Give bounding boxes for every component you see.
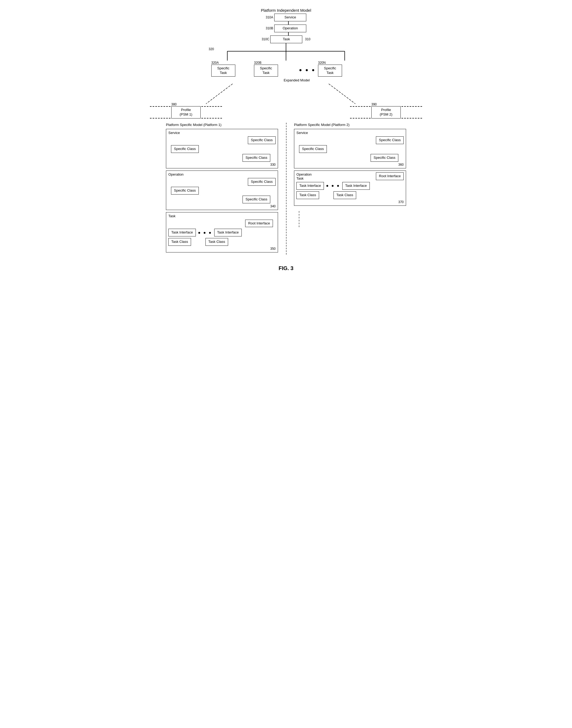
platform2-task-class2: Task Class: [334, 191, 356, 199]
svg-text:320: 320: [209, 47, 214, 51]
platform1-section: Platform Specific Model (Platform 1) Ser…: [166, 123, 286, 255]
platform1-task-label: Task: [168, 214, 276, 218]
platform1-service-label: Service: [168, 131, 276, 135]
platform2-task-interface2: Task Interface: [342, 182, 370, 190]
platform2-classes-row: Task Class ●●● Task Class: [296, 191, 404, 199]
platform1-operation-classes: Specific Class Specific Class Specific C…: [168, 178, 276, 203]
platform2-service-label: Service: [296, 131, 404, 135]
expanded-model-label: Expanded Model: [187, 78, 406, 82]
svg-line-7: [329, 84, 355, 104]
platform2-sc1: Specific Class: [376, 136, 404, 144]
profile-390-label: 390: [371, 103, 377, 106]
platform1-task-class2: Task Class: [205, 238, 228, 246]
platform2-section: Platform Specific Model (Platform 2) Ser…: [286, 123, 406, 255]
task-320n-id: 320N: [318, 61, 326, 65]
task-320n-box: SpecificTask: [318, 65, 342, 77]
platform1-op-sc2: Specific Class: [171, 187, 199, 195]
profile-380-label: 380: [171, 103, 176, 106]
platform2-operation-task-box: Operation Task Root Interface Task Inter…: [294, 171, 406, 206]
platform1-operation-label: Operation: [168, 173, 276, 177]
pim-310c-label: 310C: [262, 38, 270, 41]
platform1-task-class1: Task Class: [168, 238, 191, 246]
platform2-sc2: Specific Class: [299, 145, 327, 153]
platform2-root-interface: Root Interface: [376, 173, 404, 180]
platform1-sc3: Specific Class: [242, 154, 270, 162]
platform1-service-number: 330: [168, 163, 276, 167]
platform2-dots: ● ● ●: [326, 183, 340, 188]
pim-title: Platform Independent Model: [261, 8, 311, 12]
pim-section: Platform Independent Model 310A Service …: [166, 8, 406, 43]
platform1-dots: ● ● ●: [198, 230, 212, 235]
platform2-title: Platform Specific Model (Platform 2): [294, 123, 406, 127]
task-320b-id: 320B: [254, 61, 262, 65]
platform2-sc3: Specific Class: [371, 154, 398, 162]
pim-310-bracket: 310: [305, 38, 310, 41]
pim-operation-box: Operation: [274, 24, 306, 32]
platform1-task-interface1: Task Interface: [168, 229, 196, 237]
platform1-op-sc3: Specific Class: [242, 196, 270, 203]
platform1-sc2: Specific Class: [171, 145, 199, 153]
figure-label: FIG. 3: [279, 265, 293, 271]
profile-connector-svg: [179, 84, 393, 105]
task-320a-box: SpecificTask: [211, 65, 235, 77]
platform1-operation-box: Operation Specific Class Specific Class …: [166, 171, 278, 210]
platform1-task-box: Task Root Interface Task Interface ● ● ●…: [166, 212, 278, 253]
dashed-bottom-extension: [299, 211, 299, 227]
platform1-operation-number: 340: [168, 204, 276, 208]
task-320a-id: 320A: [211, 61, 219, 65]
svg-line-6: [206, 84, 233, 104]
platform1-task-interface2: Task Interface: [214, 229, 242, 237]
platform1-classes-row: Task Class ●●● Task Class: [168, 238, 276, 246]
pim-task-box: Task: [270, 36, 302, 43]
task-320b-box: SpecificTask: [254, 65, 278, 77]
platform2-op-task-labels: Operation Task: [296, 173, 311, 180]
pim-310b-label: 310B: [266, 26, 273, 30]
task-320n: 320N SpecificTask: [318, 61, 361, 77]
platform1-title: Platform Specific Model (Platform 1): [166, 123, 278, 127]
platform2-task-class1: Task Class: [296, 191, 319, 199]
fan-connector-svg: 320: [193, 43, 379, 62]
profile-psm2-box: Profile(PSM 2): [371, 106, 401, 119]
profile-row: 380 Profile(PSM 1) 390 Profile(PSM 2): [166, 103, 406, 119]
platform2-operation-label: Operation: [296, 173, 311, 177]
specific-task-row: 320A SpecificTask 320B SpecificTask ● ● …: [166, 61, 406, 77]
platform2-service-number: 360: [296, 163, 404, 167]
platform2-service-classes: Specific Class Specific Class Specific C…: [296, 136, 404, 162]
platform2-interfaces-row: Task Interface ● ● ● Task Interface: [296, 182, 404, 190]
platform1-service-classes: Specific Class Specific Class Specific C…: [168, 136, 276, 162]
platform1-root-interface: Root Interface: [245, 220, 273, 227]
platform2-task-interface1: Task Interface: [296, 182, 324, 190]
platform1-sc1: Specific Class: [248, 136, 276, 144]
platform2-task-label: Task: [296, 177, 311, 180]
platform1-interfaces-row: Task Interface ● ● ● Task Interface: [168, 229, 276, 237]
pim-service-box: Service: [274, 14, 306, 21]
pim-310a-label: 310A: [266, 15, 273, 19]
platform1-service-box: Service Specific Class Specific Class Sp…: [166, 129, 278, 169]
platform2-service-box: Service Specific Class Specific Class Sp…: [294, 129, 406, 169]
profile-psm2: 390 Profile(PSM 2): [371, 103, 401, 119]
diagram-container: Platform Independent Model 310A Service …: [166, 8, 406, 255]
platform1-task-number: 350: [168, 247, 276, 251]
profile-psm1: 380 Profile(PSM 1): [171, 103, 201, 119]
platform1-op-sc1: Specific Class: [248, 178, 276, 186]
task-dots-middle: ● ● ●: [297, 61, 318, 73]
profile-psm1-box: Profile(PSM 1): [171, 106, 201, 119]
platform2-op-task-number: 370: [296, 200, 404, 204]
task-320b: 320B SpecificTask: [254, 61, 297, 77]
